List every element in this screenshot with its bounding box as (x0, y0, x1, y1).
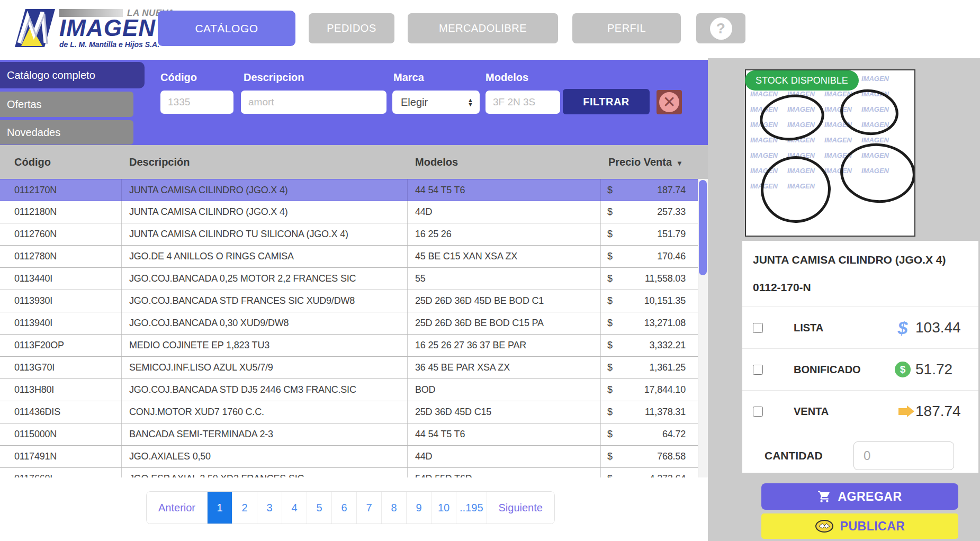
sidebar-item-novedades[interactable]: Novedades (0, 120, 133, 145)
price-row-bonificado: BONIFICADO $ 51.72 (742, 348, 978, 390)
brand-name: IMAGEN (59, 16, 174, 40)
agregar-button[interactable]: AGREGAR (761, 483, 958, 510)
modelos-filter-input[interactable] (485, 91, 560, 114)
table-row[interactable]: 0115000N BANCADA SEMI-TERMINADA 2-3 44 5… (0, 423, 708, 446)
lista-label: LISTA (794, 322, 893, 334)
pagination-page-1[interactable]: 1 (208, 492, 232, 524)
price-row-venta: VENTA 187.74 (742, 390, 978, 432)
pagination-page-6[interactable]: 6 (332, 492, 357, 524)
stock-badge: STOCK DISPONIBLE (745, 70, 859, 91)
sidebar-item-ofertas[interactable]: Ofertas (0, 92, 133, 117)
publicar-button[interactable]: PUBLICAR (761, 513, 958, 539)
venta-price: 187.74 (915, 403, 961, 420)
mercadolibre-handshake-icon (815, 519, 834, 533)
product-code: 0112-170-N (742, 266, 978, 294)
nav-pedidos-button[interactable]: PEDIDOS (309, 13, 394, 43)
table-scrollbar-thumb[interactable] (699, 180, 707, 275)
marca-select[interactable]: Elegir ▲▼ (392, 91, 480, 114)
column-header-precio-venta[interactable]: Precio Venta▼ (601, 156, 708, 168)
question-mark-icon: ? (710, 17, 732, 40)
product-image: IMAGENIMAGENIMAGENIMAGENIMAGENIMAGENIMAG… (745, 69, 915, 237)
cantidad-row: CANTIDAD (742, 432, 978, 470)
table-row[interactable]: 011436DIS CONJ.MOTOR XUD7 1760 C.C. 25D … (0, 401, 708, 423)
cantidad-input[interactable] (853, 441, 954, 470)
column-header-descripcion[interactable]: Descripción (122, 156, 408, 168)
pagination: Anterior 1 2 3 4 5 6 7 8 9 10 ..195 Sigu… (146, 491, 555, 524)
select-arrows-icon: ▲▼ (467, 98, 473, 106)
price-row-lista: LISTA $ 103.44 (742, 306, 978, 348)
table-row[interactable]: 0113930I JGO.COJ.BANCADA STD FRANCES SIC… (0, 290, 708, 312)
lista-price: 103.44 (915, 319, 961, 336)
catalog-table: Código Descripción Modelos Precio Venta▼… (0, 145, 708, 477)
cart-icon (817, 490, 831, 503)
product-detail-card: JUNTA CAMISA CILINDRO (JGO.X 4) 0112-170… (742, 241, 978, 473)
lista-checkbox[interactable] (753, 323, 763, 333)
arrow-right-orange-icon (898, 408, 907, 415)
pagination-prev[interactable]: Anterior (147, 492, 208, 524)
table-row[interactable]: 0113H80I JGO.COJ.BANCADA STD DJ5 2446 CM… (0, 379, 708, 401)
watermark-text: IMAGEN (861, 75, 889, 83)
watermark-text: IMAGEN (750, 90, 778, 98)
codigo-filter-input[interactable] (160, 91, 233, 114)
table-row[interactable]: 0112180N JUNTA CAMISA CILINDRO (JGO.X 4)… (0, 201, 708, 223)
watermark-text: IMAGEN (861, 136, 889, 144)
column-header-codigo[interactable]: Código (0, 156, 122, 168)
help-button[interactable]: ? (696, 13, 745, 43)
table-row[interactable]: 0112170N JUNTA CAMISA CILINDRO (JGO.X 4)… (0, 179, 708, 201)
column-header-modelos[interactable]: Modelos (408, 156, 601, 168)
pagination-page-8[interactable]: 8 (382, 492, 407, 524)
nav-catalogo-button[interactable]: CATÁLOGO (158, 11, 295, 46)
bonificado-label: BONIFICADO (794, 364, 893, 376)
sidebar-item-catalogo-completo[interactable]: Catálogo completo (0, 62, 145, 88)
filter-bar: Catálogo completo Ofertas Novedades Códi… (0, 60, 708, 145)
filtrar-button[interactable]: FILTRAR (563, 89, 650, 114)
table-row[interactable]: 0112780N JGO.DE 4 ANILLOS O RINGS CAMISA… (0, 246, 708, 268)
bonificado-checkbox[interactable] (753, 365, 763, 375)
nav-perfil-button[interactable]: PERFIL (572, 13, 681, 43)
close-icon: ✕ (659, 92, 679, 112)
pagination-page-4[interactable]: 4 (282, 492, 307, 524)
top-bar: LA NUEVA IMAGEN de L. M. Mantilla e Hijo… (0, 0, 980, 60)
venta-checkbox[interactable] (753, 407, 763, 417)
table-header: Código Descripción Modelos Precio Venta▼ (0, 145, 708, 179)
table-row[interactable]: 0117660I JGO.ESP.AXIAL 2,50 XD2 FRANCES … (0, 468, 708, 477)
cantidad-label: CANTIDAD (765, 449, 853, 462)
pagination-page-last[interactable]: ..195 (456, 492, 487, 524)
watermark-text: IMAGEN (750, 151, 778, 159)
dollar-coin-green-icon: $ (895, 362, 911, 377)
pagination-next[interactable]: Siguiente (487, 492, 554, 524)
codigo-filter-label: Código (160, 71, 197, 84)
dollar-blue-icon: $ (898, 319, 908, 337)
sort-desc-icon: ▼ (676, 159, 683, 167)
modelos-filter-label: Modelos (485, 71, 528, 84)
product-title: JUNTA CAMISA CILINDRO (JGO.X 4) (742, 241, 978, 266)
brand-logo: LA NUEVA IMAGEN de L. M. Mantilla e Hijo… (14, 6, 174, 50)
pagination-page-7[interactable]: 7 (357, 492, 382, 524)
marca-select-value: Elegir (401, 96, 428, 109)
nav-mercadolibre-button[interactable]: MERCADOLIBRE (408, 13, 558, 43)
table-row[interactable]: 0113F20OP MEDIO COJINETE EP 1,823 TU3 16… (0, 335, 708, 357)
bonificado-price: 51.72 (915, 361, 952, 378)
clear-filters-button[interactable]: ✕ (657, 90, 682, 114)
table-row[interactable]: 0117491N JGO.AXIALES 0,50 44D $768.58 (0, 446, 708, 468)
descripcion-filter-label: Descripcion (244, 71, 304, 84)
pagination-page-10[interactable]: 10 (431, 492, 456, 524)
table-row[interactable]: 0113940I JGO.COJ.BANCADA 0,30 XUD9/DW8 2… (0, 312, 708, 335)
table-row[interactable]: 0112760N JUNTA CAMISA CILINDRO TU SILICO… (0, 223, 708, 246)
table-row[interactable]: 0113G70I SEMICOJ.INF.LISO AZUL XU5/7/9 3… (0, 357, 708, 379)
marca-filter-label: Marca (393, 71, 424, 84)
descripcion-filter-input[interactable] (241, 91, 386, 114)
table-row[interactable]: 0113440I JGO.COJ.BANCADA 0,25 MOTOR 2,2 … (0, 268, 708, 290)
pagination-page-5[interactable]: 5 (307, 492, 332, 524)
brand-logo-icon (14, 6, 56, 50)
pagination-page-3[interactable]: 3 (257, 492, 282, 524)
pagination-page-2[interactable]: 2 (232, 492, 257, 524)
brand-subtitle: de L. M. Mantilla e Hijos S.A. (59, 41, 174, 48)
watermark-text: IMAGEN (824, 136, 852, 144)
venta-label: VENTA (794, 405, 893, 418)
table-body: 0112170N JUNTA CAMISA CILINDRO (JGO.X 4)… (0, 179, 708, 477)
pagination-page-9[interactable]: 9 (407, 492, 431, 524)
